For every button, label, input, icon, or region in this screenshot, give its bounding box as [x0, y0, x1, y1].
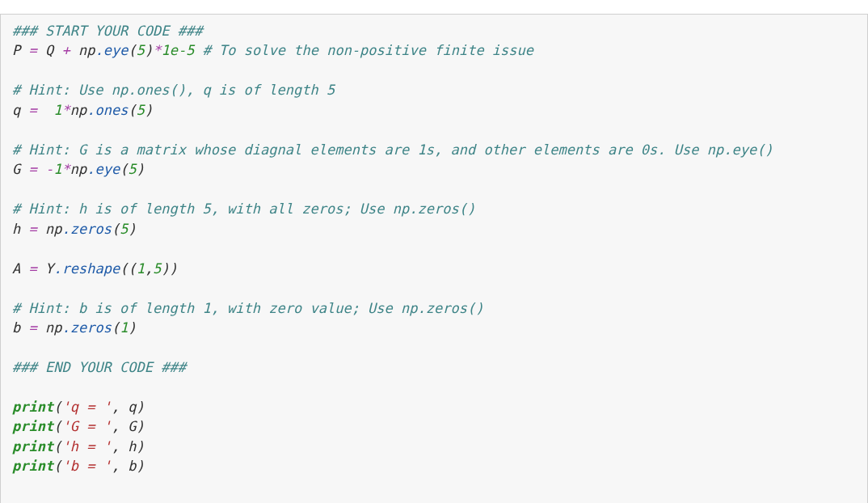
num-token: 1 — [120, 319, 128, 336]
code-line: print('q = ', q) — [12, 399, 145, 415]
par-token: ) — [137, 418, 145, 434]
var-token: G — [128, 418, 136, 434]
comment-token: # Hint: b is of length 1, with zero valu… — [12, 300, 483, 316]
op-token: = — [29, 260, 37, 277]
kw-token: print — [12, 418, 53, 434]
par-token: ) — [137, 161, 145, 177]
attr-token: .zeros — [61, 319, 111, 336]
op-token: - — [45, 161, 53, 177]
str-token: 'G = ' — [61, 418, 111, 434]
par-token: ) — [137, 399, 145, 415]
op-token: = — [29, 42, 37, 58]
par-token: , — [112, 399, 128, 415]
num-token: 5 — [137, 42, 145, 58]
kw-token: print — [12, 399, 53, 415]
attr-token: .ones — [86, 102, 128, 118]
par-token: (( — [120, 260, 136, 277]
op-token: = — [29, 319, 37, 336]
par-token: , — [145, 260, 153, 277]
op-token: = — [29, 102, 37, 118]
op-token: * — [61, 102, 70, 118]
kw-token: print — [12, 458, 53, 474]
code-line: print('b = ', b) — [12, 458, 145, 474]
code-line: # Hint: b is of length 1, with zero valu… — [12, 300, 483, 316]
par-token: ( — [53, 418, 61, 434]
comment-token: # Hint: h is of length 5, with all zeros… — [12, 201, 475, 217]
var-token: q — [128, 399, 136, 415]
code-line: # Hint: G is a matrix whose diagnal elem… — [12, 142, 773, 158]
par-token: ) — [137, 438, 145, 454]
code-line: q = 1*np.ones(5) — [12, 102, 153, 118]
code-line: P = Q + np.eye(5)*1e-5 # To solve the no… — [12, 42, 533, 58]
par-token: ) — [145, 42, 153, 58]
op-token: = — [29, 221, 37, 237]
op-token: = — [29, 161, 37, 177]
par-token: ( — [128, 102, 136, 118]
comment-token: ### START YOUR CODE ### — [12, 23, 202, 39]
var-token: A — [12, 260, 20, 277]
num-token: 5 — [128, 161, 136, 177]
par-token: ) — [137, 458, 145, 474]
par-token: ( — [128, 42, 136, 58]
attr-token: .eye — [95, 42, 128, 58]
num-token: 1 — [137, 260, 145, 277]
code-line: # Hint: h is of length 5, with all zeros… — [12, 201, 475, 217]
code-line: G = -1*np.eye(5) — [12, 161, 145, 177]
code-line: b = np.zeros(1) — [12, 319, 137, 336]
par-token: )) — [161, 260, 177, 277]
num-token: 1 — [53, 102, 61, 118]
var-token: np — [45, 319, 61, 336]
par-token: ( — [53, 399, 61, 415]
str-token: 'b = ' — [61, 458, 111, 474]
par-token: , — [112, 418, 128, 434]
attr-token: .zeros — [61, 221, 111, 237]
code-line: ### END YOUR CODE ### — [12, 359, 186, 375]
var-token: b — [12, 319, 20, 336]
cm-token: # To solve the non-positive finite issue — [203, 42, 533, 58]
num-token: 5 — [120, 221, 128, 237]
comment-token: ### END YOUR CODE ### — [12, 359, 186, 375]
code-line: h = np.zeros(5) — [12, 221, 137, 237]
par-token: ( — [112, 221, 120, 237]
num-token: 1 — [53, 161, 61, 177]
code-line: print('G = ', G) — [12, 418, 145, 434]
str-token: 'h = ' — [61, 438, 111, 454]
par-token: ( — [53, 438, 61, 454]
var-token: Q — [45, 42, 53, 58]
par-token: ) — [128, 319, 136, 336]
par-token: , — [112, 458, 128, 474]
op-token: + — [62, 42, 70, 58]
par-token: , — [112, 438, 128, 454]
num-token: 1e-5 — [161, 42, 194, 58]
par-token: ( — [53, 458, 61, 474]
str-token: 'q = ' — [61, 399, 111, 415]
var-token: h — [12, 221, 20, 237]
var-token: np — [45, 221, 61, 237]
kw-token: print — [12, 438, 53, 454]
var-token: G — [12, 161, 20, 177]
code-line: # Hint: Use np.ones(), q is of length 5 — [12, 82, 335, 98]
op-token: * — [62, 161, 70, 177]
comment-token: # Hint: G is a matrix whose diagnal elem… — [12, 142, 773, 158]
code-line: ### START YOUR CODE ### — [12, 23, 202, 39]
var-token: np — [70, 161, 86, 177]
num-token: 5 — [137, 102, 145, 118]
attr-token: .eye — [86, 161, 120, 177]
par-token: ) — [145, 102, 153, 118]
var-token: Y — [45, 260, 53, 277]
par-token: ( — [112, 319, 120, 336]
code-line: print('h = ', h) — [12, 438, 145, 454]
par-token: ) — [128, 221, 136, 237]
par-token: ( — [120, 161, 128, 177]
var-token: np — [78, 42, 95, 58]
var-token: np — [70, 102, 86, 118]
var-token: b — [128, 458, 136, 474]
var-token: P — [12, 42, 20, 58]
code-cell: ### START YOUR CODE ### P = Q + np.eye(5… — [0, 14, 868, 503]
var-token: h — [128, 438, 136, 454]
num-token: 5 — [153, 260, 161, 277]
code-line: A = Y.reshape((1,5)) — [12, 260, 178, 277]
comment-token: # Hint: Use np.ones(), q is of length 5 — [12, 82, 335, 98]
var-token: q — [12, 102, 20, 118]
attr-token: .reshape — [53, 260, 120, 277]
